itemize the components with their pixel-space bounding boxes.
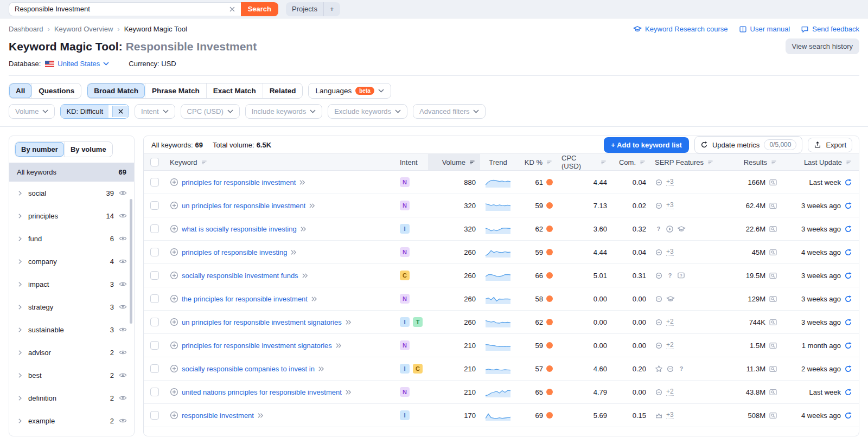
row-checkbox[interactable] bbox=[150, 201, 159, 210]
refresh-row-icon[interactable] bbox=[844, 388, 852, 396]
keyword-link[interactable]: principles for responsible investment si… bbox=[182, 342, 332, 350]
filter-intent[interactable]: Intent bbox=[135, 104, 175, 119]
add-keyword-plus-icon[interactable] bbox=[170, 411, 178, 420]
sort-icon[interactable] bbox=[469, 159, 476, 166]
expand-keyword-chevrons-icon[interactable] bbox=[300, 226, 307, 232]
tab-questions[interactable]: Questions bbox=[31, 83, 81, 98]
eye-icon[interactable] bbox=[119, 417, 127, 424]
keyword-group-example[interactable]: example 2 bbox=[9, 409, 134, 432]
tab-related[interactable]: Related bbox=[263, 83, 303, 98]
update-metrics-button[interactable]: Update metrics 0/5,000 bbox=[694, 136, 802, 153]
keyword-group-social[interactable]: social 39 bbox=[9, 182, 134, 204]
view-serp-icon[interactable] bbox=[769, 248, 777, 256]
expand-keyword-chevrons-icon[interactable] bbox=[302, 273, 309, 279]
clear-search-icon[interactable] bbox=[229, 6, 235, 12]
header-link-manual[interactable]: User manual bbox=[739, 25, 790, 33]
eye-icon[interactable] bbox=[119, 372, 127, 378]
sort-icon[interactable] bbox=[770, 159, 777, 166]
row-checkbox[interactable] bbox=[150, 341, 159, 350]
refresh-row-icon[interactable] bbox=[844, 342, 852, 350]
serp-more-features[interactable]: +3 bbox=[666, 202, 674, 210]
export-button[interactable]: Export bbox=[808, 138, 852, 152]
sort-icon[interactable] bbox=[707, 159, 714, 166]
tab-by-number[interactable]: By number bbox=[15, 142, 64, 157]
keyword-group-strategy[interactable]: strategy 3 bbox=[9, 295, 134, 318]
projects-button[interactable]: Projects bbox=[286, 2, 323, 16]
view-serp-icon[interactable] bbox=[769, 318, 777, 326]
row-checkbox[interactable] bbox=[150, 224, 159, 233]
refresh-row-icon[interactable] bbox=[844, 225, 852, 233]
expand-keyword-chevrons-icon[interactable] bbox=[290, 249, 297, 255]
view-serp-icon[interactable] bbox=[769, 272, 777, 280]
filter-volume[interactable]: Volume bbox=[9, 104, 55, 119]
add-keyword-plus-icon[interactable] bbox=[170, 294, 178, 303]
keyword-group-fund[interactable]: fund 6 bbox=[9, 227, 134, 250]
keyword-group-company[interactable]: company 4 bbox=[9, 250, 134, 273]
add-keyword-plus-icon[interactable] bbox=[170, 364, 178, 373]
add-keyword-plus-icon[interactable] bbox=[170, 318, 178, 326]
column-header-serp[interactable]: SERP Features bbox=[650, 158, 722, 166]
keyword-group-advisor[interactable]: advisor 2 bbox=[9, 341, 134, 364]
clear-filter-icon[interactable] bbox=[112, 106, 129, 117]
filter-cpc-usd-[interactable]: CPC (USD) bbox=[181, 104, 240, 119]
expand-keyword-chevrons-icon[interactable] bbox=[318, 366, 325, 372]
keyword-link[interactable]: united nations principles for responsibl… bbox=[182, 388, 342, 396]
expand-keyword-chevrons-icon[interactable] bbox=[311, 296, 318, 302]
expand-keyword-chevrons-icon[interactable] bbox=[309, 203, 316, 209]
row-checkbox[interactable] bbox=[150, 388, 159, 396]
tab-all[interactable]: All bbox=[9, 83, 31, 98]
tab-by-volume[interactable]: By volume bbox=[64, 142, 112, 157]
serp-more-features[interactable]: +3 bbox=[666, 178, 674, 186]
search-button[interactable]: Search bbox=[241, 2, 278, 16]
add-keyword-plus-icon[interactable] bbox=[170, 178, 178, 186]
serp-more-features[interactable]: +2 bbox=[666, 342, 674, 350]
view-serp-icon[interactable] bbox=[769, 365, 777, 373]
tab-phrase-match[interactable]: Phrase Match bbox=[145, 83, 206, 98]
view-serp-icon[interactable] bbox=[769, 342, 777, 350]
breadcrumb-dashboard[interactable]: Dashboard bbox=[9, 25, 43, 33]
sort-icon[interactable] bbox=[639, 159, 646, 166]
keyword-link[interactable]: principles for responsible investment bbox=[182, 178, 296, 186]
eye-icon[interactable] bbox=[119, 213, 127, 219]
add-keyword-plus-icon[interactable] bbox=[170, 201, 178, 210]
keyword-link[interactable]: un principles for responsible investment bbox=[182, 202, 305, 210]
keyword-link[interactable]: responsible investment bbox=[182, 411, 254, 420]
keyword-link[interactable]: principles of responsible investing bbox=[182, 248, 287, 256]
keyword-link[interactable]: socially responsible investment funds bbox=[182, 272, 298, 280]
add-keyword-plus-icon[interactable] bbox=[170, 388, 178, 396]
view-serp-icon[interactable] bbox=[769, 178, 777, 186]
filter-include-keywords[interactable]: Include keywords bbox=[245, 104, 322, 119]
eye-icon[interactable] bbox=[119, 235, 127, 242]
breadcrumb-keyword-overview[interactable]: Keyword Overview bbox=[54, 25, 113, 33]
column-header-com[interactable]: Com. bbox=[611, 158, 650, 166]
view-serp-icon[interactable] bbox=[769, 295, 777, 303]
row-checkbox[interactable] bbox=[150, 294, 159, 303]
column-header-upd[interactable]: Last Update bbox=[782, 158, 859, 166]
keyword-group-best[interactable]: best 2 bbox=[9, 364, 134, 387]
languages-dropdown[interactable]: Languages beta bbox=[309, 83, 390, 98]
add-keyword-plus-icon[interactable] bbox=[170, 341, 178, 350]
keyword-link[interactable]: what is socially responsible investing bbox=[182, 225, 297, 233]
eye-icon[interactable] bbox=[119, 258, 127, 265]
sort-icon[interactable] bbox=[845, 159, 852, 166]
refresh-row-icon[interactable] bbox=[844, 318, 852, 326]
refresh-row-icon[interactable] bbox=[844, 365, 852, 373]
refresh-row-icon[interactable] bbox=[844, 411, 852, 420]
new-project-button[interactable]: + bbox=[323, 2, 340, 16]
serp-more-features[interactable]: +3 bbox=[666, 411, 674, 420]
add-keyword-plus-icon[interactable] bbox=[170, 224, 178, 233]
keyword-group-definition[interactable]: definition 2 bbox=[9, 387, 134, 409]
serp-more-features[interactable]: +2 bbox=[666, 318, 674, 326]
keyword-search-box[interactable] bbox=[9, 2, 241, 16]
all-keywords-row[interactable]: All keywords69 bbox=[9, 163, 134, 182]
column-header-kw[interactable]: Keyword bbox=[165, 158, 395, 166]
keyword-group-sustainable[interactable]: sustainable 3 bbox=[9, 318, 134, 341]
expand-keyword-chevrons-icon[interactable] bbox=[345, 319, 352, 325]
view-serp-icon[interactable] bbox=[769, 202, 777, 210]
keyword-search-input[interactable] bbox=[15, 5, 229, 13]
expand-keyword-chevrons-icon[interactable] bbox=[335, 343, 342, 349]
expand-keyword-chevrons-icon[interactable] bbox=[257, 413, 264, 419]
keyword-link[interactable]: un principles for responsible investment… bbox=[182, 318, 342, 326]
header-link-course[interactable]: Keyword Research course bbox=[633, 25, 727, 33]
eye-icon[interactable] bbox=[119, 281, 127, 287]
